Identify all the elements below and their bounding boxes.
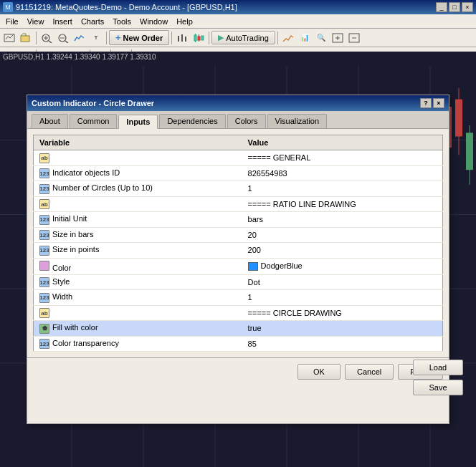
table-row[interactable]: 123StyleDot [34,274,443,290]
separator-1 [36,32,37,44]
svg-rect-1 [21,36,29,42]
close-window-button[interactable]: × [462,2,473,12]
cell-value: 1 [242,181,443,197]
bar-chart-btn[interactable] [174,30,190,46]
chart-shift-btn[interactable]: 📊 [297,30,313,46]
table-row[interactable]: 123Color transparency85 [34,336,443,352]
cell-value: ===== RATIO LINE DRAWING [242,196,443,212]
cell-variable: ab [34,150,242,166]
cell-variable: 123Width [34,290,242,306]
table-row[interactable]: ⬟Fill with colortrue [34,321,443,337]
save-button[interactable]: Save [413,380,463,395]
new-chart-btn[interactable] [1,30,17,46]
cell-variable: 123Style [34,274,242,290]
new-order-button[interactable]: + New Order [109,30,169,45]
table-row[interactable]: 123Width1 [34,290,443,306]
zoom-btn[interactable]: 🔍 [313,30,329,46]
app-icon: M [3,2,13,12]
dialog-title-bar: Custom Indicator - Circle Drawer ? × [27,95,449,111]
svg-rect-18 [201,36,204,40]
separator-5 [277,32,278,44]
cell-value: true [242,321,443,337]
table-row[interactable]: 123Number of Circles (Up to 10)1 [34,181,443,197]
table-row[interactable]: ColorDodgerBlue [34,258,443,274]
cell-value: 826554983 [242,165,443,181]
svg-rect-12 [194,35,196,41]
dialog-footer: OK Cancel Reset [27,357,449,385]
col-variable: Variable [34,135,242,150]
cell-variable: ⬟Fill with color [34,321,242,337]
table-row[interactable]: 123Size in bars20 [34,227,443,243]
open-btn[interactable] [18,30,34,46]
indicator-btn[interactable] [72,30,87,46]
menu-file[interactable]: File [1,16,23,27]
zoom-out-btn[interactable] [55,30,71,46]
tab-about[interactable]: About [32,114,68,128]
svg-line-3 [49,41,52,43]
zoom-in2-btn[interactable] [330,30,346,46]
svg-rect-11 [185,37,186,42]
cell-value: ===== CIRCLE DRAWING [242,305,443,321]
menu-help[interactable]: Help [172,16,197,27]
side-buttons: Load Save [413,360,463,395]
dialog-close-button[interactable]: × [433,98,444,108]
cell-value: 1 [242,290,443,306]
title-bar: M 91151219: MetaQuotes-Demo - Demo Accou… [0,0,476,14]
cell-value: 20 [242,227,443,243]
cell-variable: 123Initial Unit [34,212,242,228]
menu-insert[interactable]: Insert [48,16,77,27]
cell-variable: 123Color transparency [34,336,242,352]
cell-variable: 123Indicator objects ID [34,165,242,181]
svg-rect-15 [198,37,200,40]
table-header-row: Variable Value [34,135,443,150]
dialog-title: Custom Indicator - Circle Drawer [32,99,420,107]
cell-variable: ab [34,305,242,321]
col-value: Value [242,135,443,150]
svg-line-7 [65,41,68,43]
cell-value: 200 [242,243,443,259]
menu-tools[interactable]: Tools [108,16,135,27]
dialog-tabs: About Common Inputs Dependencies Colors … [27,111,449,128]
toolbar-main: T + New Order ▶ AutoTrading 📊 🔍 [0,29,476,47]
table-row[interactable]: 123Indicator objects ID826554983 [34,165,443,181]
menu-charts[interactable]: Charts [77,16,108,27]
svg-rect-10 [181,34,183,42]
template-btn[interactable]: T [88,30,104,46]
tab-inputs[interactable]: Inputs [118,115,158,129]
menu-bar: File View Insert Charts Tools Window Hel… [0,14,476,29]
load-button[interactable]: Load [413,360,463,375]
ok-button[interactable]: OK [298,364,341,380]
autotrading-button[interactable]: ▶ AutoTrading [211,31,275,44]
zoom-out2-btn[interactable] [346,30,362,46]
table-row[interactable]: ab===== CIRCLE DRAWING [34,305,443,321]
table-row[interactable]: ab===== RATIO LINE DRAWING [34,196,443,212]
dialog-title-buttons: ? × [420,98,444,108]
table-row[interactable]: 123Initial Unitbars [34,212,443,228]
dialog-overlay: Custom Indicator - Circle Drawer ? × Abo… [0,52,476,467]
candle-chart-btn[interactable] [191,30,206,46]
tab-dependencies[interactable]: Dependencies [159,114,225,128]
cell-value: 85 [242,336,443,352]
cell-value: Dot [242,274,443,290]
cell-value: DodgerBlue [242,258,443,274]
tab-colors[interactable]: Colors [227,114,266,128]
table-row[interactable]: ab===== GENERAL [34,150,443,166]
maximize-button[interactable]: □ [449,2,460,12]
minimize-button[interactable]: _ [436,2,447,12]
cell-value: ===== GENERAL [242,150,443,166]
zoom-in-btn[interactable] [39,30,54,46]
tab-common[interactable]: Common [70,114,118,128]
cell-value: bars [242,212,443,228]
tab-visualization[interactable]: Visualization [267,114,328,128]
menu-window[interactable]: Window [135,16,172,27]
window-title: 91151219: MetaQuotes-Demo - Demo Account… [16,3,436,11]
signals-btn[interactable] [280,30,296,46]
separator-3 [171,32,172,44]
cell-variable: 123Number of Circles (Up to 10) [34,181,242,197]
cell-variable: Color [34,258,242,274]
cancel-button[interactable]: Cancel [345,364,394,380]
dialog-help-button[interactable]: ? [420,98,432,108]
menu-view[interactable]: View [23,16,49,27]
separator-2 [106,32,107,44]
table-row[interactable]: 123Size in points200 [34,243,443,259]
